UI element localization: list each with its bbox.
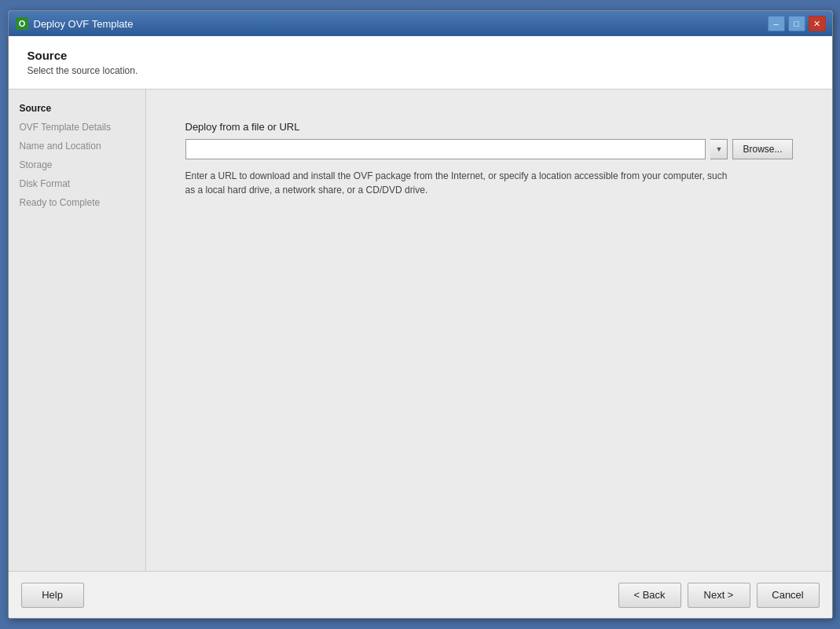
url-input-row: ▼ Browse... [185, 139, 793, 159]
sidebar: Source OVF Template Details Name and Loc… [9, 90, 146, 571]
sidebar-item-source: Source [9, 99, 145, 118]
header-section: Source Select the source location. [9, 36, 832, 90]
app-icon: O [15, 16, 29, 31]
help-button[interactable]: Help [21, 583, 84, 608]
content-area: Deploy from a file or URL ▼ Browse... En… [146, 90, 832, 571]
sidebar-item-ovf-details: OVF Template Details [9, 118, 145, 137]
deploy-label: Deploy from a file or URL [185, 121, 793, 133]
main-content: Source OVF Template Details Name and Loc… [9, 90, 832, 571]
back-button[interactable]: < Back [618, 583, 681, 608]
window-title: Deploy OVF Template [34, 18, 768, 30]
next-button[interactable]: Next > [688, 583, 750, 608]
dropdown-arrow-button[interactable]: ▼ [710, 139, 728, 159]
cancel-button[interactable]: Cancel [757, 583, 820, 608]
sidebar-item-storage: Storage [9, 155, 145, 174]
sidebar-item-name-location: Name and Location [9, 137, 145, 155]
browse-button[interactable]: Browse... [732, 139, 792, 159]
hint-text: Enter a URL to download and install the … [185, 169, 735, 197]
title-bar: O Deploy OVF Template – □ ✕ [9, 11, 832, 36]
header-title: Source [28, 49, 813, 62]
minimize-button[interactable]: – [768, 16, 785, 31]
footer: Help < Back Next > Cancel [9, 571, 832, 618]
footer-right: < Back Next > Cancel [618, 583, 820, 608]
sidebar-item-disk-format: Disk Format [9, 174, 145, 193]
header-subtitle: Select the source location. [28, 65, 813, 76]
main-window: O Deploy OVF Template – □ ✕ Source Selec… [8, 10, 833, 619]
window-controls: – □ ✕ [768, 16, 826, 31]
maximize-button[interactable]: □ [788, 16, 805, 31]
url-input[interactable] [185, 139, 706, 159]
svg-text:O: O [18, 19, 25, 28]
sidebar-item-ready: Ready to Complete [9, 193, 145, 212]
close-button[interactable]: ✕ [809, 16, 826, 31]
footer-left: Help [21, 583, 84, 608]
